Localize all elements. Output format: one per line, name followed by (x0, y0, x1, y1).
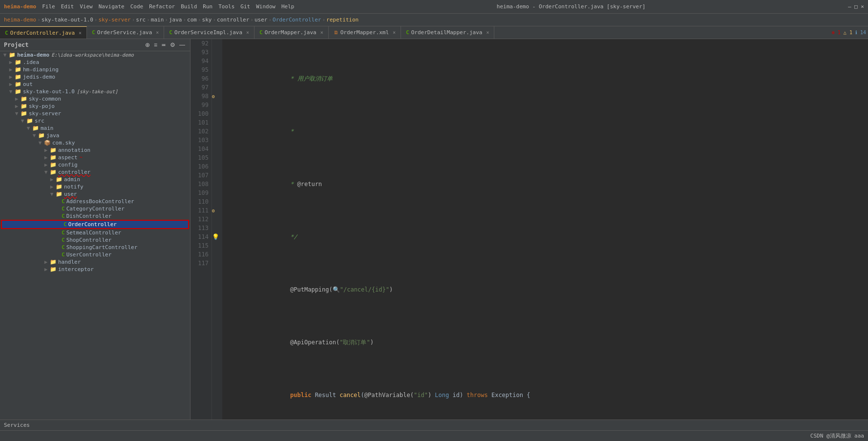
statusbar-right: CSDN @清风微凉 aaa (810, 432, 864, 440)
breadcrumb-main[interactable]: main (151, 17, 164, 23)
sidebar-collapse-btn[interactable]: ≡ (153, 41, 158, 49)
tab-close-6[interactable]: × (486, 30, 489, 35)
tree-item-admin[interactable]: ▶ 📁 admin (0, 176, 190, 183)
menu-navigate[interactable]: Navigate (99, 3, 125, 10)
folder-icon-src: 📁 (26, 118, 33, 124)
services-label[interactable]: Services (4, 422, 30, 428)
tree-label-out: out (23, 81, 33, 87)
gutter-lightbulb-114[interactable]: 💡 (212, 232, 222, 241)
tab-close-2[interactable]: × (156, 30, 159, 35)
tree-arrow-notify: ▶ (49, 184, 55, 190)
breadcrumb-sky-server[interactable]: sky-server (98, 17, 130, 23)
tree-item-out[interactable]: ▶ 📁 out (0, 81, 190, 88)
folder-icon-handler: 📁 (50, 259, 57, 265)
menu-edit[interactable]: Edit (61, 3, 74, 10)
tab-order-controller[interactable]: C OrderController.java × (0, 26, 87, 39)
tree-item-category-ctrl[interactable]: C CategoryController (0, 205, 190, 212)
tab-order-service-impl[interactable]: C OrderServiceImpl.java × (164, 26, 254, 39)
sidebar-tree: ▼ 📁 heima-demo E:\idea-workspace\heima-d… (0, 51, 190, 420)
tree-item-sky-take[interactable]: ▼ 📁 sky-take-out-1.0 [sky-take-out] (0, 88, 190, 95)
sidebar-expand-btn[interactable]: ≖ (160, 41, 167, 49)
menu-run[interactable]: Run (203, 3, 212, 10)
tree-item-address-book-ctrl[interactable]: C AddressBookController (0, 198, 190, 205)
tree-item-sky-pojo[interactable]: ▶ 📁 sky-pojo (0, 103, 190, 110)
menu-git[interactable]: Git (240, 3, 250, 10)
code-content[interactable]: * 用户取消订单 * * @return */ (223, 39, 868, 420)
breadcrumb-method[interactable]: repetition (326, 17, 359, 23)
tree-item-setmeal-ctrl[interactable]: C SetmealController (0, 229, 190, 236)
main-content: Project ⊕ ≡ ≖ ⚙ — ▼ 📁 heima-demo E:\idea… (0, 39, 868, 420)
breadcrumb-heima[interactable]: heima-demo (4, 17, 36, 23)
tab-order-mapper[interactable]: C OrderMapper.java × (254, 26, 329, 39)
breadcrumb-order-controller[interactable]: OrderController (273, 17, 321, 23)
tab-order-detail-mapper[interactable]: C OrderDetailMapper.java × (401, 26, 494, 39)
tree-item-user[interactable]: ▼ 📁 user (0, 190, 190, 198)
breadcrumb-bar: heima-demo › sky-take-out-1.0 › sky-serv… (0, 14, 868, 26)
sidebar-settings-btn[interactable]: ⚙ (169, 41, 176, 49)
code-scroll-area[interactable]: 92 93 94 95 96 97 98 99 100 101 102 103 … (191, 39, 868, 420)
tab-close-4[interactable]: × (320, 30, 323, 35)
tree-item-dish-ctrl[interactable]: C DishController (0, 212, 190, 220)
tree-item-shop-ctrl[interactable]: C ShopController (0, 236, 190, 244)
tree-item-jedis[interactable]: ▶ 📁 jedis-demo (0, 73, 190, 81)
tree-item-order-ctrl[interactable]: C OrderController (1, 220, 189, 229)
tree-label-hm: hm-dianping (23, 66, 59, 73)
tab-icon-c2: C (92, 29, 95, 36)
tab-order-mapper-xml[interactable]: 🗎 OrderMapper.xml × (329, 26, 401, 39)
tree-item-src[interactable]: ▼ 📁 src (0, 117, 190, 125)
tree-item-interceptor[interactable]: ▶ 📁 interceptor (0, 266, 190, 273)
tree-item-cart-ctrl[interactable]: C ShoppingCartController (0, 244, 190, 251)
tree-item-user-ctrl[interactable]: C UserController (0, 251, 190, 258)
sidebar-hide-btn[interactable]: — (178, 41, 186, 49)
gutter-run-111[interactable]: ⚙ (212, 206, 222, 215)
breadcrumb-controller[interactable]: controller (217, 17, 249, 23)
tab-order-service[interactable]: C OrderService.java × (87, 26, 164, 39)
tree-item-controller[interactable]: ▼ 📁 controller (0, 168, 190, 176)
tree-item-sky-server[interactable]: ▼ 📁 sky-server (0, 110, 190, 117)
tree-item-aspect[interactable]: ▶ 📁 aspect ~ (0, 154, 190, 161)
menu-code[interactable]: Code (130, 3, 144, 10)
menu-build[interactable]: Build (181, 3, 197, 10)
menu-help[interactable]: Help (281, 3, 295, 10)
tab-close-5[interactable]: × (393, 30, 396, 35)
menu-tools[interactable]: Tools (218, 3, 234, 10)
tree-arrow-hm: ▶ (8, 66, 14, 73)
tree-item-config[interactable]: ▶ 📁 config (0, 161, 190, 168)
sidebar-locate-btn[interactable]: ⊕ (144, 41, 151, 49)
code-editor[interactable]: 92 93 94 95 96 97 98 99 100 101 102 103 … (191, 39, 868, 420)
ann-put: @PutMapping( (276, 286, 333, 293)
menu-refactor[interactable]: Refactor (149, 3, 175, 10)
breadcrumb-java[interactable]: java (169, 17, 182, 23)
tree-item-main[interactable]: ▼ 📁 main (0, 125, 190, 132)
window-controls[interactable]: — □ × (848, 3, 864, 10)
menu-app[interactable]: heima-demo (4, 3, 36, 10)
tree-item-annotation[interactable]: ▶ 📁 annotation (0, 147, 190, 154)
tree-item-handler[interactable]: ▶ 📁 handler (0, 258, 190, 266)
tree-item-idea[interactable]: ▶ 📁 .idea (0, 59, 190, 66)
gutter-run-98[interactable]: ⚙ (212, 92, 222, 101)
menu-window[interactable]: Window (256, 3, 275, 10)
tree-item-java[interactable]: ▼ 📁 java (0, 132, 190, 139)
tree-item-sky-common[interactable]: ▶ 📁 sky-common (0, 95, 190, 103)
tree-item-hm[interactable]: ▶ 📁 hm-dianping (0, 66, 190, 73)
tab-error-indicators: ⊗ 1 △ 1 ℹ 14 (832, 26, 868, 39)
breadcrumb-com[interactable]: com (187, 17, 197, 23)
tree-arrow-user: ▼ (49, 191, 55, 197)
tree-item-heima-demo[interactable]: ▼ 📁 heima-demo E:\idea-workspace\heima-d… (0, 51, 190, 59)
menu-file[interactable]: File (42, 3, 55, 10)
tab-close-3[interactable]: × (246, 30, 249, 35)
folder-icon-user: 📁 (56, 191, 63, 197)
tab-close[interactable]: × (79, 30, 82, 36)
tree-item-com-sky[interactable]: ▼ 📦 com.sky (0, 139, 190, 147)
breadcrumb-user[interactable]: user (254, 17, 268, 23)
tree-item-notify[interactable]: ▶ 📁 notify (0, 183, 190, 190)
folder-icon-notify: 📁 (56, 184, 63, 190)
breadcrumb-sky-take[interactable]: sky-take-out-1.0 (42, 17, 93, 23)
breadcrumb-src[interactable]: src (136, 17, 146, 23)
breadcrumb-sky[interactable]: sky (202, 17, 212, 23)
folder-icon-aspect: 📁 (50, 154, 57, 161)
app-window: heima-demo File Edit View Navigate Code … (0, 0, 868, 441)
menu-view[interactable]: View (80, 3, 93, 10)
services-bar[interactable]: Services (0, 420, 868, 430)
folder-icon-admin: 📁 (56, 176, 63, 183)
